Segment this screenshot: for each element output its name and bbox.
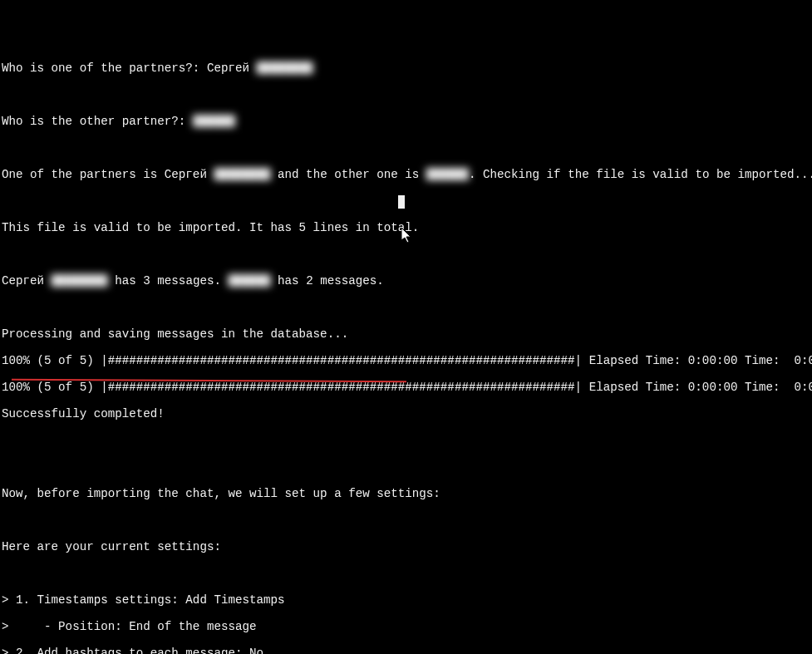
blank-line	[2, 194, 810, 208]
setting-item: > 2. Add hashtags to each message: No	[2, 647, 810, 654]
confirmation-line: One of the partners is Сергей ████████ a…	[2, 168, 810, 181]
prompt-partner2-question: Who is the other partner?:	[2, 115, 193, 128]
success-message: Successfully completed!	[2, 407, 810, 420]
prompt-line: Who is the other partner?: ██████	[2, 115, 810, 128]
text: Сергей	[2, 274, 52, 288]
text: has 3 messages.	[108, 274, 229, 288]
text: and the other one is	[271, 168, 426, 181]
processing-title: Processing and saving messages in the da…	[2, 327, 810, 341]
text: One of the partners is Сергей	[2, 168, 214, 181]
settings-intro: Now, before importing the chat, we will …	[2, 487, 810, 500]
blank-line	[2, 141, 810, 155]
prompt-line: Who is one of the partners?: Сергей ████…	[2, 61, 810, 75]
text: . Checking if the file is valid to be im…	[469, 168, 812, 181]
blank-line	[2, 301, 810, 314]
redacted-name: ████████	[214, 168, 270, 181]
text-cursor	[398, 195, 405, 209]
redacted-name: ██████	[193, 115, 235, 128]
blank-line	[2, 514, 810, 527]
progress-bar: 100% (5 of 5) |#########################…	[2, 354, 810, 367]
progress-bar: 100% (5 of 5) |#########################…	[2, 381, 810, 394]
settings-header: Here are your current settings:	[2, 540, 810, 553]
validation-line: This file is valid to be imported. It ha…	[2, 221, 810, 234]
blank-line	[2, 88, 810, 101]
blank-line	[2, 460, 810, 474]
redacted-name: ██████	[426, 168, 469, 181]
setting-item: > 1. Timestamps settings: Add Timestamps	[2, 593, 810, 607]
message-count-line: Сергей ████████ has 3 messages. ██████ h…	[2, 274, 810, 288]
blank-line	[2, 567, 810, 580]
blank-line	[2, 434, 810, 447]
text: has 2 messages.	[271, 274, 384, 288]
redacted-name: ██████	[228, 274, 270, 288]
redacted-name: ████████	[52, 274, 108, 288]
prompt-partner1-question: Who is one of the partners?: Сергей	[2, 61, 257, 75]
blank-line	[2, 248, 810, 261]
setting-item-detail: > - Position: End of the message	[2, 620, 810, 633]
redacted-name: ████████	[257, 61, 313, 75]
